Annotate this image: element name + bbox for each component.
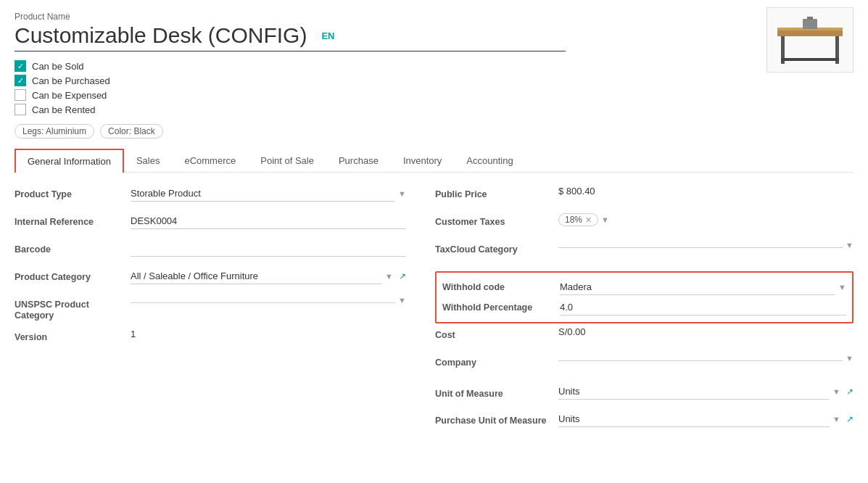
unit-of-measure-label: Unit of Measure	[435, 385, 558, 399]
public-price-row: Public Price $ 800.40	[435, 186, 853, 206]
withhold-code-select[interactable]: Madera	[560, 279, 835, 295]
withhold-code-label: Withhold code	[442, 282, 560, 292]
purchase-unit-label: Purchase Unit of Measure	[435, 412, 558, 426]
unspsc-select[interactable]	[131, 298, 395, 303]
checkboxes-section: Can be Sold Can be Purchased Can be Expe…	[15, 60, 853, 115]
public-price-value: $ 800.40	[558, 186, 853, 197]
svg-rect-4	[781, 58, 839, 61]
withhold-percentage-value	[560, 300, 846, 315]
form-right: Public Price $ 800.40 Customer Taxes 18%…	[435, 186, 853, 437]
product-type-label: Product Type	[15, 186, 131, 199]
customer-taxes-label: Customer Taxes	[435, 213, 558, 227]
internal-reference-row: Internal Reference	[15, 213, 406, 234]
unit-of-measure-row: Unit of Measure Units ▼ ↗	[435, 381, 853, 402]
form-section: Product Type Storable Product ▼ Internal…	[15, 186, 853, 437]
unspsc-row: UNSPSC Product Category ▼	[15, 296, 406, 321]
checkbox-rented-label: Can be Rented	[32, 104, 95, 115]
product-name-label: Product Name	[15, 12, 853, 22]
version-text: 1	[131, 329, 136, 339]
company-arrow-icon[interactable]: ▼	[846, 354, 853, 363]
product-category-external-link-icon[interactable]: ↗	[399, 271, 406, 281]
product-type-arrow-icon[interactable]: ▼	[398, 189, 406, 198]
checkbox-can-be-sold[interactable]: Can be Sold	[15, 60, 853, 72]
customer-taxes-row: Customer Taxes 18% ✕ ▼	[435, 213, 853, 234]
unit-of-measure-external-link-icon[interactable]: ↗	[846, 387, 853, 397]
checkbox-can-be-expensed[interactable]: Can be Expensed	[15, 89, 853, 101]
unspsc-label: UNSPSC Product Category	[15, 296, 131, 321]
purchase-unit-arrow-icon[interactable]: ▼	[832, 415, 840, 424]
tab-sales[interactable]: Sales	[124, 149, 173, 172]
version-row: Version 1	[15, 329, 406, 349]
unit-of-measure-arrow-icon[interactable]: ▼	[832, 387, 840, 396]
tab-general-information[interactable]: General Information	[15, 149, 124, 173]
barcode-input[interactable]	[131, 241, 406, 257]
unit-of-measure-select[interactable]: Units	[558, 384, 830, 400]
barcode-value	[131, 241, 406, 257]
tab-ecommerce[interactable]: eCommerce	[172, 149, 248, 172]
company-row: Company ▼	[435, 354, 853, 374]
checkbox-expensed-label: Can be Expensed	[32, 90, 107, 101]
tag-legs[interactable]: Legs: Aluminium	[15, 124, 94, 139]
tab-purchase[interactable]: Purchase	[326, 149, 391, 172]
withhold-code-row: Withhold code Madera ▼	[437, 277, 852, 297]
withhold-percentage-label: Withhold Percentage	[442, 302, 560, 313]
internal-reference-input[interactable]	[131, 213, 406, 229]
withhold-percentage-input[interactable]	[560, 300, 846, 315]
product-category-select[interactable]: All / Saleable / Office Furniture	[131, 268, 382, 284]
checkbox-purchased-box[interactable]	[15, 75, 26, 86]
version-label: Version	[15, 329, 131, 342]
cost-text: S/0.00	[558, 326, 586, 337]
product-category-row: Product Category All / Saleable / Office…	[15, 268, 406, 289]
svg-rect-6	[807, 17, 813, 20]
internal-reference-label: Internal Reference	[15, 213, 131, 227]
product-category-arrow-icon[interactable]: ▼	[385, 272, 393, 281]
svg-rect-5	[803, 19, 817, 29]
company-value: ▼	[558, 354, 853, 363]
tax-badge-text: 18%	[565, 215, 582, 225]
tags-row: Legs: Aluminium Color: Black	[15, 124, 853, 139]
purchase-unit-external-link-icon[interactable]: ↗	[846, 414, 853, 424]
lang-badge[interactable]: EN	[321, 30, 334, 41]
tab-point-of-sale[interactable]: Point of Sale	[248, 149, 326, 172]
page-container: Product Name Customizable Desk (CONFIG) …	[0, 0, 868, 448]
product-type-value: Storable Product ▼	[131, 186, 406, 202]
product-category-value: All / Saleable / Office Furniture ▼ ↗	[131, 268, 406, 284]
checkbox-can-be-rented[interactable]: Can be Rented	[15, 104, 853, 115]
tax-badge-remove-icon[interactable]: ✕	[585, 215, 592, 225]
version-value: 1	[131, 329, 406, 339]
product-type-row: Product Type Storable Product ▼	[15, 186, 406, 206]
tab-inventory[interactable]: Inventory	[391, 149, 454, 172]
taxcloud-select[interactable]	[558, 243, 843, 248]
tag-color[interactable]: Color: Black	[100, 124, 163, 139]
taxcloud-value: ▼	[558, 241, 853, 249]
public-price-text: $ 800.40	[558, 186, 595, 197]
product-category-label: Product Category	[15, 268, 131, 282]
taxcloud-label: TaxCloud Category	[435, 241, 558, 255]
purchase-unit-select[interactable]: Units	[558, 411, 830, 427]
checkbox-expensed-box[interactable]	[15, 89, 26, 101]
withhold-code-arrow-icon[interactable]: ▼	[838, 283, 846, 292]
checkbox-sold-label: Can be Sold	[32, 61, 84, 72]
tab-accounting[interactable]: Accounting	[454, 149, 525, 172]
customer-taxes-arrow-icon[interactable]: ▼	[601, 215, 609, 224]
public-price-label: Public Price	[435, 186, 558, 199]
product-title: Customizable Desk (CONFIG)	[15, 23, 307, 48]
checkbox-rented-box[interactable]	[15, 104, 26, 115]
company-label: Company	[435, 354, 558, 368]
unspsc-value: ▼	[131, 296, 406, 305]
company-select[interactable]	[558, 356, 843, 361]
product-image	[766, 7, 853, 73]
cost-label: Cost	[435, 326, 558, 340]
checkbox-sold-box[interactable]	[15, 60, 26, 72]
barcode-row: Barcode	[15, 241, 406, 261]
customer-taxes-value: 18% ✕ ▼	[558, 213, 853, 226]
barcode-label: Barcode	[15, 241, 131, 255]
product-type-select[interactable]: Storable Product	[131, 186, 395, 202]
unspsc-arrow-icon[interactable]: ▼	[398, 296, 406, 305]
checkbox-can-be-purchased[interactable]: Can be Purchased	[15, 75, 853, 86]
purchase-unit-row: Purchase Unit of Measure Units ▼ ↗	[435, 409, 853, 429]
tax-badge[interactable]: 18% ✕	[558, 213, 598, 226]
form-left: Product Type Storable Product ▼ Internal…	[15, 186, 406, 437]
taxcloud-arrow-icon[interactable]: ▼	[846, 241, 853, 249]
withhold-box: Withhold code Madera ▼ Withhold Percenta…	[435, 271, 853, 323]
